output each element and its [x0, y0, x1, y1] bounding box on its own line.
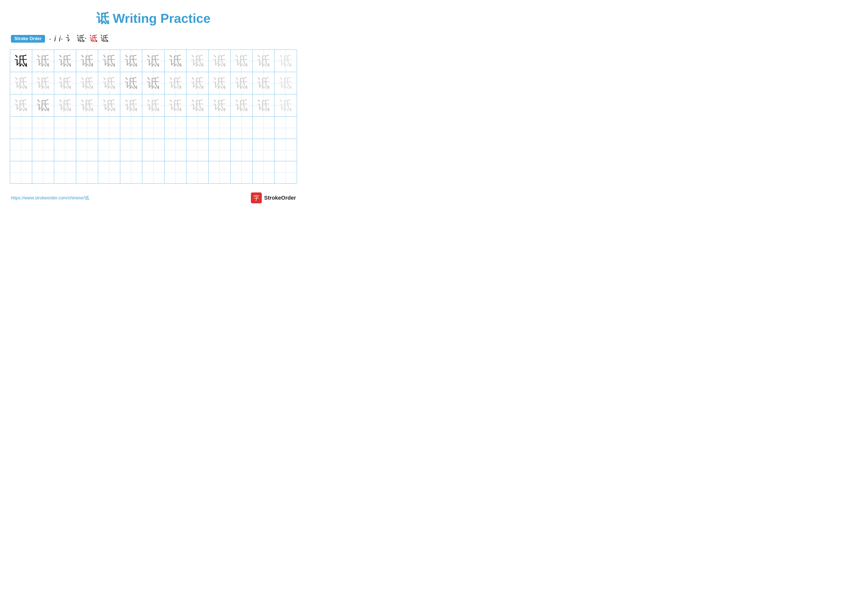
grid-cell-1-2[interactable]: 诋: [54, 72, 76, 94]
page-title: 诋 Writing Practice: [10, 10, 297, 27]
grid-cell-5-9[interactable]: [209, 161, 231, 183]
grid-cell-1-11[interactable]: 诋: [253, 72, 274, 94]
footer: https://www.strokeorder.com/chinese/诋 字 …: [10, 193, 297, 204]
grid-cell-1-5[interactable]: 诋: [120, 72, 142, 94]
grid-cell-5-7[interactable]: [164, 161, 186, 183]
grid-cell-4-1[interactable]: [32, 139, 54, 161]
stroke-seq-2: i: [54, 34, 56, 44]
grid-cell-3-11[interactable]: [253, 117, 274, 139]
grid-cell-2-4[interactable]: 诋: [98, 94, 120, 117]
practice-char: 诋: [235, 77, 248, 90]
grid-cell-2-7[interactable]: 诋: [164, 94, 186, 117]
grid-cell-2-10[interactable]: 诋: [231, 94, 253, 117]
grid-cell-3-8[interactable]: [186, 117, 209, 139]
grid-cell-2-1[interactable]: 诋: [32, 94, 54, 117]
grid-cell-3-10[interactable]: [231, 117, 253, 139]
stroke-seq-4: 讠: [66, 33, 74, 44]
grid-cell-1-12[interactable]: 诋: [274, 72, 297, 94]
practice-char: 诋: [235, 54, 248, 67]
grid-cell-3-6[interactable]: [142, 117, 164, 139]
practice-char: 诋: [191, 99, 204, 112]
grid-cell-1-4[interactable]: 诋: [98, 72, 120, 94]
grid-cell-5-0[interactable]: [10, 161, 32, 183]
grid-cell-2-9[interactable]: 诋: [209, 94, 231, 117]
grid-cell-1-0[interactable]: 诋: [10, 72, 32, 94]
grid-cell-0-5[interactable]: 诋: [120, 50, 142, 72]
grid-cell-3-2[interactable]: [54, 117, 76, 139]
practice-char: 诋: [103, 77, 116, 90]
grid-cell-3-7[interactable]: [164, 117, 186, 139]
grid-cell-2-0[interactable]: 诋: [10, 94, 32, 117]
grid-cell-5-8[interactable]: [186, 161, 209, 183]
grid-cell-1-1[interactable]: 诋: [32, 72, 54, 94]
grid-cell-1-10[interactable]: 诋: [231, 72, 253, 94]
grid-cell-0-9[interactable]: 诋: [209, 50, 231, 72]
grid-cell-5-12[interactable]: [274, 161, 297, 183]
grid-cell-4-6[interactable]: [142, 139, 164, 161]
practice-char: 诋: [279, 99, 292, 112]
practice-char: 诋: [81, 99, 93, 112]
grid-cell-5-11[interactable]: [253, 161, 274, 183]
grid-row-3: [10, 117, 297, 139]
grid-cell-0-2[interactable]: 诋: [54, 50, 76, 72]
practice-char: 诋: [37, 54, 50, 67]
grid-cell-2-6[interactable]: 诋: [142, 94, 164, 117]
grid-cell-2-8[interactable]: 诋: [186, 94, 209, 117]
grid-cell-5-1[interactable]: [32, 161, 54, 183]
grid-cell-1-6[interactable]: 诋: [142, 72, 164, 94]
grid-cell-0-10[interactable]: 诋: [231, 50, 253, 72]
grid-cell-3-5[interactable]: [120, 117, 142, 139]
grid-cell-5-10[interactable]: [231, 161, 253, 183]
grid-cell-5-4[interactable]: [98, 161, 120, 183]
practice-char: 诋: [59, 77, 71, 90]
practice-char: 诋: [15, 77, 28, 90]
grid-cell-0-6[interactable]: 诋: [142, 50, 164, 72]
grid-cell-0-12[interactable]: 诋: [274, 50, 297, 72]
grid-cell-1-3[interactable]: 诋: [76, 72, 98, 94]
grid-cell-4-2[interactable]: [54, 139, 76, 161]
grid-cell-3-9[interactable]: [209, 117, 231, 139]
grid-cell-0-0[interactable]: 诋: [10, 50, 32, 72]
grid-cell-4-10[interactable]: [231, 139, 253, 161]
practice-char: 诋: [125, 77, 138, 90]
grid-cell-3-1[interactable]: [32, 117, 54, 139]
stroke-seq-6: 诋: [90, 33, 98, 44]
grid-cell-0-7[interactable]: 诋: [164, 50, 186, 72]
grid-cell-0-4[interactable]: 诋: [98, 50, 120, 72]
grid-cell-3-12[interactable]: [274, 117, 297, 139]
grid-cell-4-4[interactable]: [98, 139, 120, 161]
grid-cell-3-4[interactable]: [98, 117, 120, 139]
grid-cell-3-3[interactable]: [76, 117, 98, 139]
grid-cell-4-9[interactable]: [209, 139, 231, 161]
grid-cell-2-3[interactable]: 诋: [76, 94, 98, 117]
grid-cell-4-0[interactable]: [10, 139, 32, 161]
grid-cell-2-5[interactable]: 诋: [120, 94, 142, 117]
practice-char: 诋: [147, 99, 160, 112]
grid-cell-0-1[interactable]: 诋: [32, 50, 54, 72]
grid-cell-5-6[interactable]: [142, 161, 164, 183]
grid-cell-0-11[interactable]: 诋: [253, 50, 274, 72]
practice-char: 诋: [191, 54, 204, 67]
practice-char: 诋: [125, 54, 138, 67]
grid-cell-5-2[interactable]: [54, 161, 76, 183]
footer-url[interactable]: https://www.strokeorder.com/chinese/诋: [11, 195, 89, 201]
grid-cell-4-8[interactable]: [186, 139, 209, 161]
grid-cell-2-2[interactable]: 诋: [54, 94, 76, 117]
grid-cell-4-7[interactable]: [164, 139, 186, 161]
grid-cell-2-11[interactable]: 诋: [253, 94, 274, 117]
grid-cell-0-8[interactable]: 诋: [186, 50, 209, 72]
grid-cell-1-8[interactable]: 诋: [186, 72, 209, 94]
grid-cell-5-5[interactable]: [120, 161, 142, 183]
grid-cell-1-9[interactable]: 诋: [209, 72, 231, 94]
grid-cell-4-3[interactable]: [76, 139, 98, 161]
grid-cell-0-3[interactable]: 诋: [76, 50, 98, 72]
grid-cell-1-7[interactable]: 诋: [164, 72, 186, 94]
brand-name: StrokeOrder: [264, 195, 296, 201]
grid-cell-5-3[interactable]: [76, 161, 98, 183]
grid-cell-4-12[interactable]: [274, 139, 297, 161]
grid-cell-4-5[interactable]: [120, 139, 142, 161]
practice-char: 诋: [37, 77, 50, 90]
grid-cell-2-12[interactable]: 诋: [274, 94, 297, 117]
grid-cell-3-0[interactable]: [10, 117, 32, 139]
grid-cell-4-11[interactable]: [253, 139, 274, 161]
